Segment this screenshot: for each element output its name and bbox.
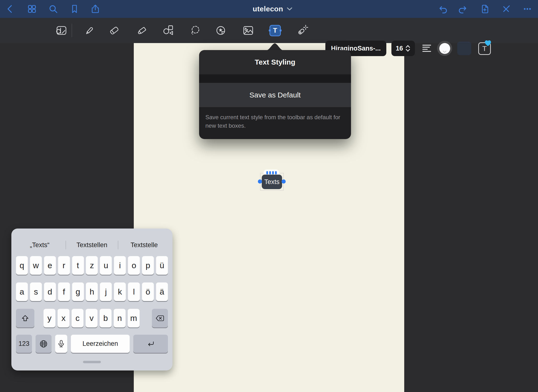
text-tool-button[interactable]: T bbox=[268, 23, 282, 38]
suggestion-2[interactable]: Textstelle bbox=[118, 241, 170, 249]
pen-tool-button[interactable] bbox=[82, 23, 96, 38]
text-tool-icon: T bbox=[269, 25, 281, 36]
key-m[interactable]: m bbox=[128, 309, 140, 327]
image-tool-button[interactable] bbox=[241, 23, 255, 38]
font-size-stepper[interactable]: 16 bbox=[391, 41, 415, 56]
key-ue[interactable]: ü bbox=[156, 256, 168, 275]
key-v[interactable]: v bbox=[86, 309, 97, 327]
laser-tool-icon bbox=[296, 24, 308, 37]
keyboard-row-3: y x c v b n m bbox=[16, 309, 168, 327]
dictation-key[interactable] bbox=[55, 335, 67, 353]
key-o[interactable]: o bbox=[128, 256, 140, 275]
document-title-menu[interactable]: utelecon bbox=[233, 0, 313, 18]
key-f[interactable]: f bbox=[58, 282, 70, 301]
row-3-letters: y x c v b n m bbox=[44, 309, 140, 327]
key-k[interactable]: k bbox=[114, 282, 126, 301]
shift-key[interactable] bbox=[16, 309, 34, 327]
image-tool-icon bbox=[242, 24, 254, 37]
share-icon bbox=[90, 4, 101, 14]
heart-icon bbox=[484, 39, 492, 47]
text-styling-popover: Text Styling Save as Default Save curren… bbox=[199, 50, 351, 139]
redo-button[interactable] bbox=[457, 2, 470, 16]
key-z[interactable]: z bbox=[86, 256, 98, 275]
bookmark-button[interactable] bbox=[68, 2, 81, 16]
handwriting-tool-icon bbox=[55, 26, 67, 35]
keyboard-row-2: a s d f g h j k l ö ä bbox=[16, 282, 168, 301]
text-tool-handle-dot bbox=[269, 30, 271, 31]
textbox-resize-handle-left[interactable] bbox=[258, 179, 262, 184]
text-align-button[interactable] bbox=[420, 41, 434, 56]
floating-keyboard: „Texts“ Textstellen Textstelle q w e r t… bbox=[11, 229, 172, 370]
text-box[interactable]: Texts bbox=[262, 175, 282, 189]
globe-key[interactable] bbox=[36, 335, 52, 353]
drag-bar bbox=[269, 171, 271, 174]
back-button[interactable] bbox=[3, 2, 17, 16]
thumbnails-icon bbox=[27, 4, 37, 14]
eraser-tool-icon bbox=[108, 24, 120, 37]
key-g[interactable]: g bbox=[72, 282, 84, 301]
popover-header: Text Styling bbox=[199, 50, 351, 74]
key-e[interactable]: e bbox=[44, 256, 56, 275]
bookmark-icon bbox=[69, 4, 80, 14]
more-button[interactable] bbox=[521, 2, 534, 16]
backspace-key[interactable] bbox=[152, 309, 168, 327]
editing-off-button[interactable] bbox=[499, 2, 513, 16]
key-w[interactable]: w bbox=[30, 256, 42, 275]
space-key[interactable]: Leerzeichen bbox=[71, 335, 130, 353]
text-tool-letter: T bbox=[273, 27, 277, 34]
key-y[interactable]: y bbox=[44, 309, 55, 327]
key-c[interactable]: c bbox=[72, 309, 83, 327]
key-p[interactable]: p bbox=[142, 256, 154, 275]
key-h[interactable]: h bbox=[86, 282, 98, 301]
textbox-resize-handle-right[interactable] bbox=[282, 179, 286, 184]
search-button[interactable] bbox=[46, 2, 60, 16]
lasso-tool-button[interactable] bbox=[188, 23, 203, 38]
key-t[interactable]: t bbox=[72, 256, 84, 275]
globe-icon bbox=[39, 340, 48, 348]
thumbnails-button[interactable] bbox=[25, 2, 39, 16]
return-key[interactable] bbox=[133, 335, 168, 353]
highlighter-tool-button[interactable] bbox=[135, 23, 150, 38]
laser-tool-button[interactable] bbox=[295, 23, 309, 38]
add-page-icon bbox=[479, 4, 490, 14]
shapes-tool-button[interactable] bbox=[161, 23, 176, 38]
add-page-button[interactable] bbox=[478, 2, 492, 16]
text-color-button[interactable] bbox=[437, 41, 452, 56]
suggestion-1[interactable]: Textstellen bbox=[66, 241, 118, 249]
key-n[interactable]: n bbox=[114, 309, 126, 327]
save-as-default-button[interactable]: Save as Default bbox=[199, 83, 351, 107]
key-j[interactable]: j bbox=[100, 282, 112, 301]
numbers-key[interactable]: 123 bbox=[16, 335, 32, 353]
handwriting-tool-button[interactable] bbox=[54, 23, 68, 38]
highlighter-tool-icon bbox=[136, 24, 149, 37]
drag-bar bbox=[272, 171, 274, 174]
key-s[interactable]: s bbox=[30, 282, 42, 301]
pen-tool-icon bbox=[82, 24, 95, 37]
keyboard-drag-handle[interactable] bbox=[83, 361, 101, 363]
key-i[interactable]: i bbox=[114, 256, 126, 275]
key-ae[interactable]: ä bbox=[156, 282, 168, 301]
key-q[interactable]: q bbox=[16, 256, 28, 275]
favorite-text-style-button[interactable]: T bbox=[478, 42, 491, 55]
page-title: utelecon bbox=[253, 5, 283, 13]
undo-button[interactable] bbox=[435, 2, 449, 16]
back-icon bbox=[5, 4, 15, 14]
key-l[interactable]: l bbox=[128, 282, 140, 301]
redo-icon bbox=[458, 4, 469, 14]
key-r[interactable]: r bbox=[58, 256, 70, 275]
shapes-tool-icon bbox=[162, 24, 175, 37]
key-x[interactable]: x bbox=[58, 309, 69, 327]
key-oe[interactable]: ö bbox=[142, 282, 154, 301]
autocorrect-bar: „Texts“ Textstellen Textstelle bbox=[14, 238, 170, 252]
key-d[interactable]: d bbox=[44, 282, 56, 301]
eraser-tool-button[interactable] bbox=[107, 23, 121, 38]
elements-tool-button[interactable] bbox=[214, 23, 228, 38]
key-u[interactable]: u bbox=[100, 256, 112, 275]
key-b[interactable]: b bbox=[100, 309, 112, 327]
text-tool-handle-dot bbox=[280, 30, 282, 31]
share-button[interactable] bbox=[89, 2, 102, 16]
suggestion-literal[interactable]: „Texts“ bbox=[14, 241, 66, 249]
dimmed-tool-slot bbox=[457, 42, 471, 55]
key-a[interactable]: a bbox=[16, 282, 28, 301]
drag-bar bbox=[266, 171, 268, 174]
